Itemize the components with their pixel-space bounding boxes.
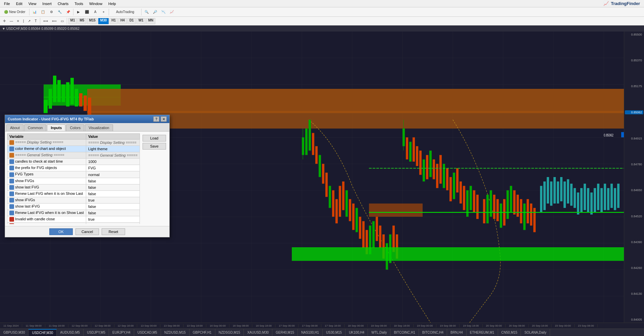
bottom-tab-item[interactable]: XAUUSD,M30	[244, 329, 272, 336]
hline-btn[interactable]: ≡	[15, 18, 21, 24]
text-btn[interactable]: T	[33, 18, 38, 24]
svg-rect-120	[564, 181, 566, 208]
fib-btn[interactable]: ⟺	[42, 18, 50, 24]
autotrading-button[interactable]: AutoTrading	[110, 8, 140, 16]
bottom-tab-item[interactable]: ETHEREUM,M1	[467, 329, 498, 336]
price-9: 0.84130	[625, 292, 643, 295]
svg-rect-114	[543, 181, 546, 210]
params-table-scroll[interactable]: Variable Value ===== Display Setting ===…	[7, 133, 140, 224]
tf-h4[interactable]: H4	[118, 18, 127, 24]
line-btn[interactable]: —	[8, 18, 15, 24]
bottom-tab-item[interactable]: NZDUSD,M15	[161, 329, 190, 336]
menu-view[interactable]: View	[26, 1, 39, 6]
bottom-tab-item[interactable]: GBPCHF,H1	[190, 329, 215, 336]
bottom-tab-item[interactable]: UK100,H4	[345, 329, 368, 336]
bottom-tab-item[interactable]: EURJPY,H4	[109, 329, 134, 336]
svg-rect-104	[506, 190, 509, 219]
bottom-tab-item[interactable]: BITCOINC,H4	[419, 329, 447, 336]
tb-btn-9[interactable]: ⌖	[100, 8, 108, 16]
params-table: Variable Value ===== Display Setting ===…	[7, 133, 140, 224]
time-label: 13 Sep 16:00	[183, 324, 207, 327]
tb-btn-7[interactable]: ⬛	[83, 8, 91, 16]
bottom-tab-item[interactable]: USDCAD,M5	[134, 329, 161, 336]
tb-btn-3[interactable]: ⚙	[47, 8, 55, 16]
bottom-tab-item[interactable]: NZDSGD,M15	[215, 329, 244, 336]
menu-file[interactable]: File	[1, 1, 13, 6]
tab-visualization[interactable]: Visualization	[85, 124, 113, 131]
dialog-titlebar[interactable]: Custom Indicator - Used FVG-iFVG MT4 By …	[5, 115, 169, 123]
tb-btn-8[interactable]: A	[91, 8, 99, 16]
menu-window[interactable]: Window	[87, 1, 105, 6]
tf-m15[interactable]: M15	[87, 18, 97, 24]
bottom-tab-item[interactable]: USDJPY,M5	[84, 329, 109, 336]
bottom-tab-item[interactable]: GBPUSD,M30	[0, 329, 29, 336]
cancel-button[interactable]: Cancel	[75, 228, 99, 235]
tb-chart-type[interactable]: 📉	[159, 8, 167, 16]
channel-btn[interactable]: ⟸	[50, 18, 58, 24]
table-cell-value[interactable]: Light theme	[86, 146, 140, 152]
menu-tools[interactable]: Tools	[72, 1, 86, 6]
bottom-tab-item[interactable]: BITCOINC,H1	[390, 329, 419, 336]
time-label: 12 Sep 08:00	[91, 324, 114, 327]
tb-indicators[interactable]: 📈	[168, 8, 176, 16]
svg-rect-61	[359, 217, 361, 239]
tf-m5[interactable]: M5	[77, 18, 86, 24]
tb-btn-4[interactable]: 🔧	[56, 8, 64, 16]
menu-help[interactable]: Help	[106, 1, 119, 6]
time-label: 19 Sep 00:00	[414, 324, 437, 327]
tb-btn-5[interactable]: 📌	[64, 8, 72, 16]
bottom-tab-item[interactable]: BRN,H4	[447, 329, 467, 336]
svg-rect-66	[376, 217, 378, 241]
new-order-button[interactable]: 🟢 New Order	[1, 8, 28, 16]
chart-area[interactable]: 0.85062 0.85500 0.85370 0.85175 0.85062 …	[0, 32, 644, 323]
time-label: 12 Sep 16:00	[114, 324, 138, 327]
bottom-tab-item[interactable]: US30,M15	[323, 329, 345, 336]
tab-inputs[interactable]: Inputs	[47, 124, 65, 131]
arrow-btn[interactable]: ↗	[26, 18, 32, 24]
crosshair-btn[interactable]: ✛	[1, 18, 7, 24]
bottom-tab-item[interactable]: WTL,Daily	[368, 329, 390, 336]
svg-rect-28	[62, 85, 65, 102]
tf-w1[interactable]: W1	[137, 18, 146, 24]
svg-rect-47	[312, 133, 314, 155]
svg-rect-59	[352, 204, 355, 230]
menu-charts[interactable]: Charts	[55, 1, 71, 6]
rect-btn[interactable]: ▭	[59, 18, 65, 24]
tab-about[interactable]: About	[6, 124, 23, 131]
bottom-tab-item[interactable]: CN50,M15	[498, 329, 521, 336]
svg-rect-29	[66, 82, 69, 106]
dialog-close-button[interactable]: ✕	[161, 116, 167, 122]
tb-btn-6[interactable]: ▶	[74, 8, 83, 16]
ok-button[interactable]: OK	[49, 228, 73, 235]
tb-btn-1[interactable]: 📊	[31, 8, 39, 16]
tf-h1[interactable]: H1	[109, 18, 118, 24]
svg-rect-119	[560, 177, 562, 201]
svg-rect-84	[436, 164, 438, 188]
dialog-help-button[interactable]: ?	[153, 116, 159, 122]
tf-m30[interactable]: M30	[98, 18, 109, 24]
vline-btn[interactable]: |	[21, 18, 26, 24]
tb-btn-2[interactable]: 📋	[39, 8, 47, 16]
bottom-tab-item[interactable]: NAS100,H1	[298, 329, 323, 336]
tab-common[interactable]: Common	[24, 124, 47, 131]
svg-rect-107	[517, 195, 519, 217]
save-button[interactable]: Save	[143, 143, 166, 150]
bottom-tab-item[interactable]: USDCHF,M30	[29, 329, 57, 336]
menu-insert[interactable]: Insert	[40, 1, 54, 6]
bottom-tab-item[interactable]: AUDUSD,M5	[57, 329, 84, 336]
indicator-dialog[interactable]: Custom Indicator - Used FVG-iFVG MT4 By …	[5, 115, 170, 237]
tf-mn[interactable]: MN	[146, 18, 156, 24]
tf-m1[interactable]: M1	[68, 18, 77, 24]
menu-edit[interactable]: Edit	[13, 1, 25, 6]
svg-rect-118	[557, 181, 559, 204]
bottom-tab-item[interactable]: GER40,M15	[272, 329, 298, 336]
table-cell-variable: show last FVG	[7, 184, 86, 190]
reset-button[interactable]: Reset	[102, 228, 125, 235]
tb-zoom-in[interactable]: 🔍	[143, 8, 151, 16]
tab-colors[interactable]: Colors	[66, 124, 84, 131]
tf-d1[interactable]: D1	[127, 18, 136, 24]
tb-zoom-out[interactable]: 🔎	[151, 8, 159, 16]
load-button[interactable]: Load	[143, 135, 166, 142]
time-label: 16 Sep 00:00	[206, 324, 229, 327]
bottom-tab-item[interactable]: SOLANA,Daily	[521, 329, 550, 336]
